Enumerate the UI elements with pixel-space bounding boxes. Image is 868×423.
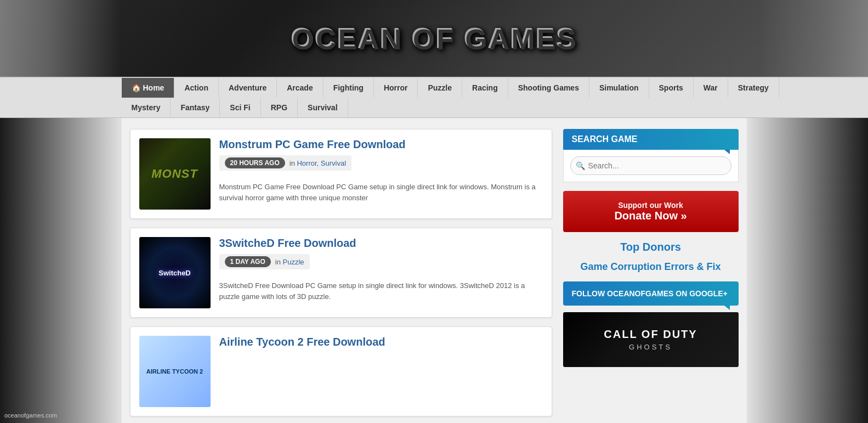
search-input[interactable] (570, 156, 731, 175)
nav-item-war[interactable]: War (694, 78, 728, 98)
nav-item-adventure[interactable]: Adventure (219, 78, 277, 98)
game-thumbnail-airline[interactable]: AIRLINE TYCOON 2 (139, 336, 211, 407)
nav-item-scifi[interactable]: Sci Fi (220, 98, 260, 117)
game-info-3switched: 3SwitcheD Free Download 1 DAY AGO in Puz… (219, 237, 543, 308)
meta-row-3switched: 1 DAY AGO in Puzzle (219, 254, 310, 269)
donate-line2: Donate Now » (574, 210, 728, 222)
corruption-link[interactable]: Game Corruption Errors & Fix (563, 261, 739, 273)
nav-item-rpg[interactable]: RPG (261, 98, 298, 117)
top-donors-link[interactable]: Top Donors (563, 241, 739, 253)
game-meta-monstrum: 20 HOURS AGO in Horror, Survival (219, 155, 543, 176)
categories-label-3switched: in Puzzle (275, 258, 304, 266)
sidebar: SEARCH GAME 🔍 Support our Work Donate No… (563, 129, 739, 423)
nav-secondary: Mystery Fantasy Sci Fi RPG Survival (122, 98, 747, 117)
nav-item-arcade[interactable]: Arcade (277, 78, 323, 98)
content-area: MONST Monstrum PC Game Free Download 20 … (130, 129, 552, 423)
header-bg-right (758, 0, 868, 77)
sidebar-search-header: SEARCH GAME (563, 129, 739, 150)
game-thumbnail-monstrum[interactable]: MONST (139, 138, 211, 210)
airline-thumb-image: AIRLINE TYCOON 2 (139, 336, 211, 407)
time-badge-3switched: 1 DAY AGO (225, 256, 271, 267)
site-credit: oceanofgames.com (4, 412, 57, 419)
search-input-wrapper: 🔍 (570, 156, 731, 175)
nav-item-fighting[interactable]: Fighting (324, 78, 374, 98)
donate-line1: Support our Work (574, 201, 728, 210)
3switched-thumb-image: SwitcheD (139, 237, 211, 308)
game-meta-3switched: 1 DAY AGO in Puzzle (219, 254, 543, 275)
game-title-monstrum[interactable]: Monstrum PC Game Free Download (219, 138, 543, 151)
game-thumbnail-3switched[interactable]: SwitcheD (139, 237, 211, 308)
cod-title: CALL OF DUTY (604, 328, 697, 341)
game-card-3switched: SwitcheD 3SwitcheD Free Download 1 DAY A… (130, 228, 552, 318)
nav-item-fantasy[interactable]: Fantasy (171, 98, 220, 117)
category-survival[interactable]: Survival (321, 159, 346, 167)
nav-item-mystery[interactable]: Mystery (122, 98, 171, 117)
game-description-monstrum: Monstrum PC Game Free Download PC Game s… (219, 182, 543, 203)
game-info-monstrum: Monstrum PC Game Free Download 20 HOURS … (219, 138, 543, 210)
game-title-3switched[interactable]: 3SwitcheD Free Download (219, 237, 543, 250)
nav-wrapper: 🏠 Home Action Adventure Arcade Fighting … (0, 77, 868, 118)
nav-item-strategy[interactable]: Strategy (728, 78, 779, 98)
category-horror[interactable]: Horror (297, 159, 316, 167)
nav-item-simulation[interactable]: Simulation (589, 78, 649, 98)
game-info-airline: Airline Tycoon 2 Free Download (219, 336, 543, 407)
nav-item-action[interactable]: Action (174, 78, 219, 98)
nav-item-horror[interactable]: Horror (374, 78, 418, 98)
nav-item-survival[interactable]: Survival (298, 98, 348, 117)
cod-image[interactable]: CALL OF DUTY GHOSTS (563, 312, 739, 367)
donate-button[interactable]: Support our Work Donate Now » (563, 191, 739, 232)
nav-item-home[interactable]: 🏠 Home (122, 78, 175, 98)
game-title-airline[interactable]: Airline Tycoon 2 Free Download (219, 336, 543, 348)
categories-label-monstrum: in Horror, Survival (290, 159, 346, 167)
nav-item-puzzle[interactable]: Puzzle (418, 78, 462, 98)
nav-item-racing[interactable]: Racing (462, 78, 508, 98)
search-box-wrapper: 🔍 (563, 150, 739, 182)
header-banner: OCEAN OF GAMES (0, 0, 868, 77)
monstrum-thumb-image: MONST (139, 138, 211, 210)
game-card-monstrum: MONST Monstrum PC Game Free Download 20 … (130, 129, 552, 219)
header-bg-left (0, 0, 121, 77)
meta-row-monstrum: 20 HOURS AGO in Horror, Survival (219, 155, 352, 171)
nav-primary: 🏠 Home Action Adventure Arcade Fighting … (122, 78, 747, 98)
home-icon: 🏠 (132, 83, 141, 92)
nav-item-shooting[interactable]: Shooting Games (508, 78, 589, 98)
cod-subtitle: GHOSTS (629, 343, 672, 351)
follow-google-box[interactable]: FOLLOW OCEANOFGAMES ON GOOGLE+ (563, 281, 739, 306)
main-wrapper: MONST Monstrum PC Game Free Download 20 … (122, 118, 747, 423)
game-description-3switched: 3SwitcheD Free Download PC Game setup in… (219, 280, 543, 302)
category-puzzle[interactable]: Puzzle (282, 258, 304, 266)
nav-item-sports[interactable]: Sports (649, 78, 694, 98)
time-badge-monstrum: 20 HOURS AGO (225, 157, 285, 168)
game-card-airline: AIRLINE TYCOON 2 Airline Tycoon 2 Free D… (130, 326, 552, 416)
site-logo: OCEAN OF GAMES (291, 22, 577, 55)
search-icon: 🔍 (576, 161, 585, 170)
